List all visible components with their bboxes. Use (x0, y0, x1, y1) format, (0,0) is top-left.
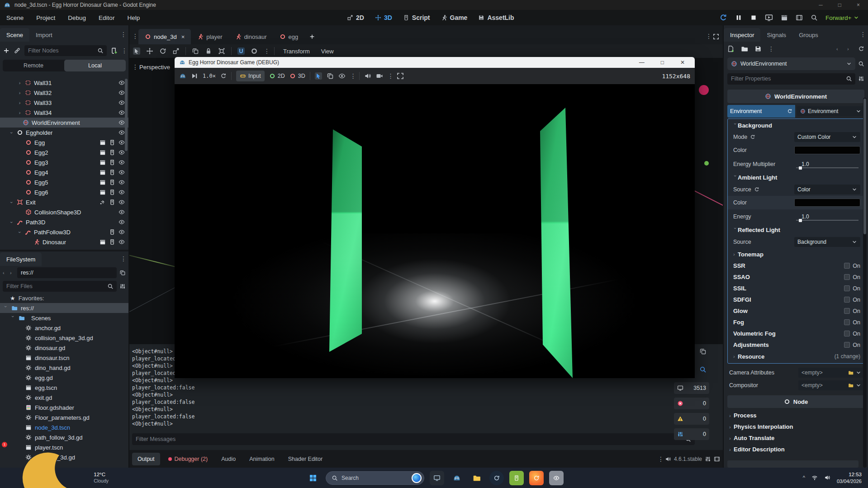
object-selector[interactable]: WorldEnvironment (727, 57, 855, 70)
eye-icon[interactable] (119, 209, 125, 215)
expand-icon[interactable]: › (17, 90, 22, 95)
local-button[interactable]: Local (64, 60, 126, 71)
tree-node-egg3[interactable]: Egg3 (0, 157, 128, 167)
history-forward-icon[interactable]: › (847, 46, 852, 52)
section-ssr[interactable]: SSROn (728, 260, 864, 271)
script-icon[interactable] (109, 199, 115, 205)
tab-inspector[interactable]: Inspector (724, 28, 760, 42)
play-remote-icon[interactable] (765, 14, 773, 22)
inspector-dock-options-icon[interactable]: ⋮ (860, 31, 864, 38)
game-view-options-icon[interactable]: ⋮ (350, 72, 355, 80)
script-icon[interactable] (109, 139, 115, 146)
snap-options-icon[interactable]: ⋮ (264, 47, 268, 55)
renderer-selector[interactable]: Forward+ (825, 14, 859, 21)
checkbox[interactable] (844, 331, 850, 336)
start-button[interactable] (306, 471, 320, 485)
tree-node-egg5[interactable]: Egg5 (0, 177, 128, 187)
bottom-tab-shader-editor[interactable]: Shader Editor (283, 453, 328, 465)
collapse-icon[interactable]: › (9, 130, 14, 135)
file-exit-gd[interactable]: exit.gd (0, 393, 128, 403)
play-custom-scene-icon[interactable] (796, 14, 803, 21)
tree-node-wall32[interactable]: ›Wall32 (0, 88, 128, 98)
file-anchor-gd[interactable]: anchor.gd (0, 323, 128, 333)
volume-icon[interactable] (824, 474, 830, 481)
warning-counter[interactable]: 0 (674, 413, 709, 425)
collapse-icon[interactable]: › (17, 230, 22, 235)
file-dinosaur-gd[interactable]: dinosaur.gd (0, 343, 128, 353)
scene-tree-options-icon[interactable]: ⋮ (121, 47, 126, 54)
eye-icon[interactable] (119, 239, 125, 245)
source-dropdown[interactable]: Color (794, 185, 860, 194)
filter-nodes-input[interactable] (24, 45, 107, 56)
file-floor-gdshader[interactable]: Floor.gdshader (0, 403, 128, 412)
section-background[interactable]: ›Background (728, 120, 864, 131)
eye-icon[interactable] (119, 109, 125, 116)
collapse-icon[interactable]: › (10, 316, 16, 320)
node-picker-icon[interactable] (327, 72, 334, 80)
bottom-tab-animation[interactable]: Animation (244, 453, 280, 465)
eye-icon[interactable] (119, 80, 125, 86)
checkbox[interactable] (844, 319, 850, 325)
select-tool-icon[interactable] (133, 47, 140, 55)
workspace-game[interactable]: Game (436, 14, 473, 21)
game-close-button[interactable]: ✕ (680, 59, 685, 66)
camera-attributes-picker[interactable]: <empty> (798, 368, 864, 378)
filter-files-input[interactable] (3, 281, 117, 292)
slider-thumb[interactable] (799, 166, 802, 170)
tree-node-path3d[interactable]: ›Path3D (0, 217, 128, 227)
slider-thumb[interactable] (799, 219, 802, 222)
eye-icon[interactable] (119, 139, 125, 146)
audio-mute-icon[interactable] (364, 72, 371, 80)
eye-icon[interactable] (119, 179, 125, 185)
reset-zoom-icon[interactable] (220, 73, 227, 79)
prop-compositor[interactable]: Compositor <empty> (724, 379, 868, 392)
workspace-2d[interactable]: 2D (342, 14, 370, 21)
section-sdfgi[interactable]: SDFGIOn (728, 294, 864, 305)
tree-node-egg2[interactable]: Egg2 (0, 147, 128, 157)
property-tools-icon[interactable] (858, 76, 864, 82)
tab-list-icon[interactable]: ⋮ (132, 33, 137, 40)
embed-fullscreen-icon[interactable] (397, 72, 404, 80)
game-viewport[interactable] (175, 84, 695, 378)
move-tool-icon[interactable] (146, 47, 153, 55)
menu-debug[interactable]: Debug (62, 10, 92, 25)
misc-counter[interactable]: 0 (674, 428, 709, 440)
menu-editor[interactable]: Editor (92, 10, 121, 25)
section-volumetric-fog[interactable]: Volumetric FogOn (728, 328, 864, 339)
script-icon[interactable] (109, 159, 115, 166)
tree-node-wall33[interactable]: ›Wall33 (0, 98, 128, 108)
menu-scene[interactable]: Scene (0, 10, 30, 25)
compositor-picker[interactable]: <empty> (798, 380, 864, 390)
script-icon[interactable] (109, 229, 115, 235)
weather-widget[interactable]: 1 12°C Cloudy (0, 444, 109, 488)
eye-icon[interactable] (119, 90, 125, 96)
tree-node-eggholder[interactable]: ›Eggholder (0, 128, 128, 137)
taskbar-clock[interactable]: 12:53 03/04/2026 (837, 471, 862, 484)
scene-tab-egg[interactable]: egg (273, 29, 305, 44)
filter-properties-input[interactable] (727, 73, 855, 85)
environment-resource-picker[interactable]: Environment (797, 106, 864, 116)
environment-property-row[interactable]: Environment Environment (727, 105, 864, 118)
layout-columns-icon[interactable] (714, 456, 720, 462)
eye-icon[interactable] (119, 99, 125, 106)
workspace-3d[interactable]: 3D (370, 14, 398, 21)
taskbar-app-gimp[interactable] (549, 471, 564, 485)
slider-track[interactable] (796, 220, 859, 221)
bottom-bar-options-icon[interactable]: ⋮ (658, 455, 662, 463)
scale-tool-icon[interactable] (172, 47, 180, 55)
scene-instance-icon[interactable] (100, 239, 106, 245)
taskbar-app-notepad[interactable] (509, 471, 524, 485)
history-icon[interactable] (858, 46, 864, 52)
expand-icon[interactable]: › (17, 100, 22, 105)
group-process[interactable]: ›Process (724, 410, 868, 421)
restart-button[interactable] (719, 14, 727, 22)
prop-reflected-source[interactable]: Source Background (728, 236, 864, 248)
save-resource-icon[interactable] (754, 45, 762, 52)
scene-tree-scrollbar[interactable] (125, 79, 128, 151)
search-output-icon[interactable] (699, 366, 707, 373)
section-ambient-light[interactable]: ›Ambient Light (728, 171, 864, 183)
attach-script-icon[interactable] (110, 47, 118, 54)
script-icon[interactable] (109, 239, 115, 245)
tree-node-egg[interactable]: Egg (0, 137, 128, 147)
game-minimize-button[interactable]: — (639, 59, 645, 66)
